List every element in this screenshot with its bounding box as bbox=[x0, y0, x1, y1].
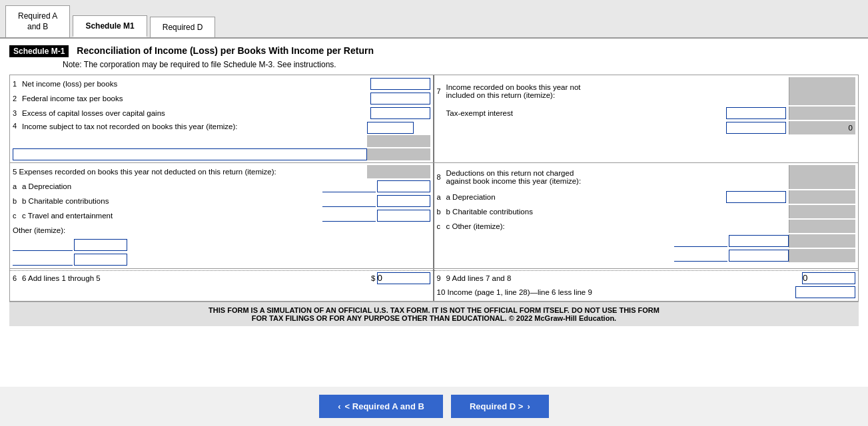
line-5a-input1[interactable] bbox=[322, 180, 376, 192]
line-2-input[interactable] bbox=[370, 93, 430, 105]
line-3-input[interactable] bbox=[370, 107, 430, 119]
line-4-input-a[interactable] bbox=[367, 122, 414, 134]
schedule-title: Reconciliation of Income (Loss) per Book… bbox=[77, 45, 374, 56]
prev-label: < Required A and B bbox=[345, 401, 424, 411]
tab-required-ab[interactable]: Required A and B bbox=[5, 5, 70, 37]
right-lines-9-10: 9 9 Add lines 7 and 8 10 Income (page 1,… bbox=[434, 269, 859, 301]
line-8-header: 8 Deductions on this return not chargeda… bbox=[434, 164, 859, 190]
line-5c-input1[interactable] bbox=[322, 210, 376, 222]
left-line-5: 5 Expenses recorded on books this year n… bbox=[10, 163, 434, 268]
line-5-other2-input1[interactable] bbox=[13, 254, 73, 266]
line-4-extra bbox=[10, 148, 433, 161]
next-label: Required D > bbox=[470, 401, 524, 411]
line-5-other-row1 bbox=[10, 238, 433, 252]
line-5b-row: b b Charitable contributions bbox=[10, 194, 433, 208]
left-line-6: 6 6 Add lines 1 through 5 $ bbox=[10, 269, 434, 301]
line-5b-input2[interactable] bbox=[377, 195, 430, 207]
line-8c-row: c c Other (itemize): bbox=[434, 219, 859, 234]
line-9-input[interactable] bbox=[802, 272, 855, 284]
schedule-header: Schedule M-1 Reconciliation of Income (L… bbox=[9, 45, 859, 57]
disclaimer: THIS FORM IS A SIMULATION OF AN OFFICIAL… bbox=[9, 302, 859, 326]
prev-button[interactable]: ‹ < Required A and B bbox=[319, 395, 443, 418]
line-5-other1-input2[interactable] bbox=[74, 239, 127, 251]
row-6-9-10: 6 6 Add lines 1 through 5 $ 9 9 Add line… bbox=[10, 269, 858, 301]
tab-schedule-m1[interactable]: Schedule M1 bbox=[73, 15, 147, 37]
line-5a-row: a a Depreciation bbox=[10, 179, 433, 194]
line-10-input[interactable] bbox=[795, 286, 855, 298]
line-7-row: 7 Income recorded on books this year not… bbox=[434, 77, 859, 106]
line-5-other1-input1[interactable] bbox=[13, 239, 73, 251]
line-8c-extra1-input2[interactable] bbox=[729, 235, 789, 247]
line-8c-extra1 bbox=[434, 234, 859, 248]
line-4-extra-input[interactable] bbox=[13, 148, 367, 160]
line-1-input[interactable] bbox=[370, 78, 430, 90]
line-5c-input2[interactable] bbox=[377, 210, 430, 222]
line-5a-input2[interactable] bbox=[377, 180, 430, 192]
line-8a-input[interactable] bbox=[726, 191, 786, 203]
right-line-7: 7 Income recorded on books this year not… bbox=[434, 75, 859, 162]
tab-required-d[interactable]: Required D bbox=[150, 17, 216, 37]
tax-exempt-input[interactable] bbox=[726, 107, 786, 119]
line-5-other2-input2[interactable] bbox=[74, 254, 127, 266]
line-6-row: 6 6 Add lines 1 through 5 $ bbox=[10, 270, 433, 285]
schedule-badge: Schedule M-1 bbox=[9, 45, 69, 57]
line-5-other-row2 bbox=[10, 252, 433, 267]
left-lines-1-4: 1 Net income (loss) per books 2 Federal … bbox=[10, 75, 434, 162]
next-button[interactable]: Required D > › bbox=[451, 395, 549, 418]
line-5-header: 5 Expenses recorded on books this year n… bbox=[10, 164, 433, 179]
line-8c-extra1-input1[interactable] bbox=[674, 235, 727, 247]
line-8c-extra2-input2[interactable] bbox=[729, 250, 789, 262]
line-8b-row: b b Charitable contributions bbox=[434, 204, 859, 219]
line-2-row: 2 Federal income tax per books bbox=[10, 91, 433, 106]
right-extra-input[interactable] bbox=[726, 122, 786, 134]
main-form: 1 Net income (loss) per books 2 Federal … bbox=[9, 75, 859, 302]
line-8a-row: a a Depreciation bbox=[434, 190, 859, 204]
schedule-note: Note: The corporation may be required to… bbox=[63, 60, 859, 69]
line-6-input[interactable] bbox=[377, 272, 430, 284]
line-8c-extra2 bbox=[434, 248, 859, 263]
right-line-8: 8 Deductions on this return not chargeda… bbox=[434, 163, 859, 268]
tax-exempt-row: Tax-exempt interest bbox=[434, 106, 859, 120]
prev-icon: ‹ bbox=[338, 401, 340, 411]
line-10-row: 10 Income (page 1, line 28)—line 6 less … bbox=[434, 285, 859, 300]
tabs-bar: Required A and B Schedule M1 Required D bbox=[0, 0, 868, 39]
main-content: Schedule M-1 Reconciliation of Income (L… bbox=[0, 39, 868, 387]
next-icon: › bbox=[527, 401, 530, 411]
line-5-other-label: Other (itemize): bbox=[10, 223, 433, 238]
row-5-8: 5 Expenses recorded on books this year n… bbox=[10, 163, 858, 269]
bottom-nav: ‹ < Required A and B Required D > › bbox=[0, 387, 868, 426]
row-1-7: 1 Net income (loss) per books 2 Federal … bbox=[10, 75, 858, 163]
line-4-row: 4 Income subject to tax not recorded on … bbox=[10, 120, 433, 148]
line-5b-input1[interactable] bbox=[322, 195, 376, 207]
line-9-row: 9 9 Add lines 7 and 8 bbox=[434, 270, 859, 285]
line-1-row: 1 Net income (loss) per books bbox=[10, 77, 433, 91]
line-5c-row: c c Travel and entertainment bbox=[10, 208, 433, 223]
line-8c-extra2-input1[interactable] bbox=[674, 250, 727, 262]
right-extra-row: 0 bbox=[434, 120, 859, 135]
line-3-row: 3 Excess of capital losses over capital … bbox=[10, 106, 433, 120]
